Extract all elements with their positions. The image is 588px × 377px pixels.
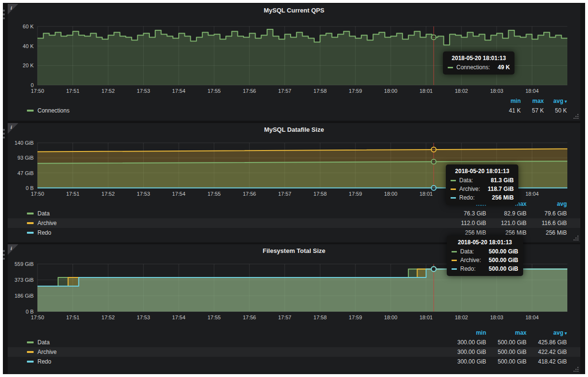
svg-text:18:04: 18:04 — [526, 191, 539, 197]
series-color-dash-icon — [452, 260, 457, 261]
svg-text:40 K: 40 K — [23, 43, 34, 49]
legend-value: 300.00 GiB — [446, 358, 486, 365]
info-icon: i — [11, 5, 12, 11]
svg-text:18:02: 18:02 — [455, 314, 468, 320]
legend-col-min[interactable]: min — [446, 329, 486, 336]
series-color-dash-icon — [27, 341, 34, 343]
series-color-dash-icon — [27, 222, 34, 224]
series-color-dash-icon — [27, 361, 34, 363]
legend-row: Connections41 K57 K50 K — [8, 106, 580, 115]
svg-text:17:56: 17:56 — [243, 191, 256, 197]
series-color-dash-icon — [27, 213, 34, 214]
info-icon: i — [11, 245, 12, 251]
panel-info-corner[interactable] — [8, 244, 18, 255]
legend-col-max[interactable]: max — [486, 329, 527, 336]
tooltip-series-row: Archive:500.00 GiB — [452, 257, 518, 264]
svg-text:17:53: 17:53 — [137, 314, 150, 320]
svg-text:17:59: 17:59 — [349, 314, 362, 320]
tooltip-series-row: Data:500.00 GiB — [452, 248, 518, 255]
legend-value: 82.9 GiB — [486, 210, 527, 217]
sort-caret-icon: ▾ — [564, 99, 567, 104]
legend-value: 50 K — [544, 107, 567, 114]
svg-text:17:58: 17:58 — [314, 191, 327, 197]
panel-resize-grip-icon[interactable] — [574, 114, 579, 119]
svg-text:17:50: 17:50 — [31, 88, 44, 94]
y-axis-labels: 0 B186 GiB373 GiB559 GiB — [14, 261, 34, 314]
svg-text:17:52: 17:52 — [101, 314, 115, 320]
tooltip-series-row: Redo:256 MiB — [451, 194, 514, 201]
panel-drag-handle-icon[interactable] — [3, 250, 6, 260]
panel-drag-handle-icon[interactable] — [3, 129, 6, 138]
legend-col-avg[interactable]: avg — [527, 201, 567, 207]
svg-text:18:04: 18:04 — [526, 314, 539, 320]
svg-text:17:53: 17:53 — [137, 191, 150, 197]
svg-text:18:00: 18:00 — [384, 191, 398, 197]
panel-header: i MySQL Current QPS — [8, 4, 580, 17]
panel-title[interactable]: MySQL Datafile Size — [8, 123, 580, 137]
legend-value: 121.0 GiB — [486, 220, 527, 226]
svg-text:17:51: 17:51 — [66, 314, 80, 320]
series-color-dash-icon — [451, 197, 456, 199]
svg-text:17:54: 17:54 — [172, 88, 185, 94]
svg-text:0 B: 0 B — [25, 309, 34, 314]
legend-series-toggle[interactable]: Archive — [27, 349, 57, 355]
legend-header-row: minmaxavg▾ — [8, 328, 580, 338]
panel-title[interactable]: MySQL Current QPS — [8, 4, 580, 17]
info-icon: i — [11, 124, 12, 130]
legend-value: 256 MiB — [486, 229, 527, 236]
legend: minmaxavg▾Data300.00 GiB500.00 GiB425.86… — [8, 322, 580, 366]
legend-series-toggle[interactable]: Data — [27, 210, 49, 217]
svg-text:17:55: 17:55 — [208, 191, 221, 197]
panel-resize-grip-icon[interactable] — [574, 367, 579, 372]
legend: minmaxavg▾Connections41 K57 K50 K — [8, 96, 580, 115]
svg-text:18:03: 18:03 — [490, 88, 503, 94]
legend-row: Data76.3 GiB82.9 GiB79.6 GiB — [8, 209, 580, 218]
tooltip-series-row: Redo:500.00 GiB — [452, 265, 518, 272]
panel-info-corner[interactable] — [8, 4, 18, 14]
graph-tooltip: 2018-05-20 18:01:13Data:500.00 GiBArchiv… — [447, 236, 523, 276]
svg-text:559 GiB: 559 GiB — [14, 261, 34, 267]
legend-series-toggle[interactable]: Redo — [27, 358, 51, 365]
svg-text:47 GiB: 47 GiB — [17, 170, 34, 176]
legend-series-toggle[interactable]: Archive — [27, 220, 57, 226]
tooltip-series-row: Archive:118.7 GiB — [451, 186, 514, 192]
sort-caret-icon: ▾ — [564, 331, 567, 336]
legend-value: 500.00 GiB — [486, 358, 527, 365]
legend-row: Archive300.00 GiB500.00 GiB422.42 GiB — [8, 347, 580, 357]
svg-text:17:56: 17:56 — [243, 88, 256, 94]
svg-text:18:00: 18:00 — [384, 88, 398, 94]
svg-text:17:52: 17:52 — [101, 88, 115, 94]
legend-value: 41 K — [498, 107, 521, 114]
svg-text:17:55: 17:55 — [208, 314, 221, 320]
series-color-dash-icon — [452, 268, 457, 270]
svg-text:60 K: 60 K — [23, 24, 34, 29]
graph-tooltip: 2018-05-20 18:01:13Data:81.3 GiBArchive:… — [446, 164, 518, 205]
legend-series-toggle[interactable]: Data — [27, 339, 49, 346]
svg-text:17:51: 17:51 — [66, 88, 80, 94]
tooltip-series-row: Data:81.3 GiB — [451, 177, 514, 184]
legend-value: 112.0 GiB — [446, 220, 486, 226]
legend-col-avg[interactable]: avg▾ — [527, 329, 567, 336]
svg-text:18:01: 18:01 — [419, 314, 433, 320]
panel-drag-handle-icon[interactable] — [3, 10, 6, 19]
legend-value: 425.86 GiB — [527, 339, 567, 346]
legend-series-toggle[interactable]: Connections — [27, 107, 70, 114]
legend-value: 256 MiB — [446, 229, 486, 236]
panel-info-corner[interactable] — [8, 123, 18, 134]
svg-text:18:00: 18:00 — [384, 314, 398, 320]
svg-text:17:52: 17:52 — [101, 191, 115, 197]
series-color-dash-icon — [448, 67, 453, 68]
panel-resize-grip-icon[interactable] — [574, 236, 579, 241]
svg-text:18:04: 18:04 — [526, 88, 539, 94]
legend-value: 418.42 GiB — [527, 358, 567, 365]
svg-text:17:50: 17:50 — [31, 314, 44, 320]
legend-col-min[interactable]: min — [498, 98, 521, 104]
legend-series-toggle[interactable]: Redo — [27, 229, 51, 236]
series-color-dash-icon — [451, 180, 456, 181]
legend-col-avg[interactable]: avg▾ — [544, 98, 567, 104]
legend-value: 116.6 GiB — [527, 220, 567, 226]
svg-text:20 K: 20 K — [23, 63, 34, 68]
legend-col-max[interactable]: max — [521, 98, 544, 104]
legend-value: 57 K — [521, 107, 544, 114]
x-axis-labels: 17:5017:5117:5217:5317:5417:5517:5617:57… — [31, 314, 539, 320]
